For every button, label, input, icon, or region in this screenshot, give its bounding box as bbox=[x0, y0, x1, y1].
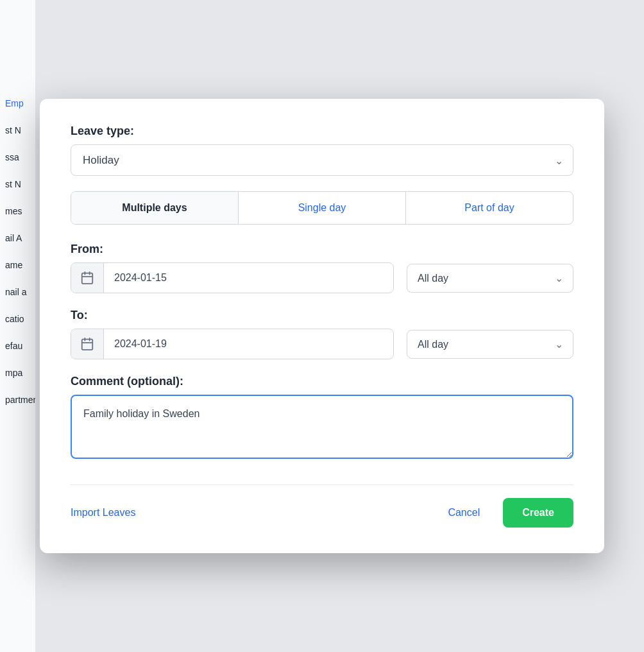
svg-rect-4 bbox=[82, 339, 93, 350]
to-label: To: bbox=[71, 309, 573, 322]
to-day-select[interactable]: All day Morning Afternoon bbox=[407, 330, 573, 359]
to-date-row: All day Morning Afternoon ⌄ bbox=[71, 329, 573, 359]
bg-text-ail: ail A bbox=[5, 225, 30, 252]
from-day-select[interactable]: All day Morning Afternoon bbox=[407, 264, 573, 293]
import-leaves-link[interactable]: Import Leaves bbox=[71, 507, 135, 519]
background-content: Emp st N ssa st N mes ail A ame nail a c… bbox=[0, 0, 35, 652]
from-label: From: bbox=[71, 243, 573, 256]
from-date-input-wrapper bbox=[71, 262, 394, 293]
bg-text-stn2: st N bbox=[5, 171, 30, 198]
from-date-row: All day Morning Afternoon ⌄ bbox=[71, 262, 573, 293]
tab-single-day[interactable]: Single day bbox=[239, 192, 406, 224]
from-calendar-icon bbox=[71, 263, 104, 293]
comment-section: Comment (optional): Family holiday in Sw… bbox=[71, 375, 573, 461]
bg-text-emp: Emp bbox=[5, 90, 30, 117]
duration-tabs: Multiple days Single day Part of day bbox=[71, 191, 573, 225]
bg-text-catio: catio bbox=[5, 305, 30, 332]
svg-rect-0 bbox=[82, 273, 93, 284]
bg-text-partment: partment bbox=[5, 386, 30, 413]
tab-part-of-day[interactable]: Part of day bbox=[406, 192, 573, 224]
footer-actions: Cancel Create bbox=[435, 498, 573, 528]
leave-type-select[interactable]: Holiday Sick leave Other bbox=[71, 144, 573, 176]
leave-type-section: Leave type: Holiday Sick leave Other ⌄ bbox=[71, 124, 573, 176]
bg-text-stn: st N bbox=[5, 117, 30, 144]
bg-text-ame: ame bbox=[5, 252, 30, 279]
to-section: To: All day Morning Afternoon bbox=[71, 309, 573, 359]
bg-text-mpa: mpa bbox=[5, 359, 30, 386]
from-day-select-wrapper: All day Morning Afternoon ⌄ bbox=[407, 264, 573, 293]
create-button[interactable]: Create bbox=[503, 498, 573, 528]
cancel-button[interactable]: Cancel bbox=[435, 499, 493, 526]
comment-textarea[interactable]: Family holiday in Sweden bbox=[71, 395, 573, 459]
leave-type-label: Leave type: bbox=[71, 124, 573, 138]
bg-text-mes: mes bbox=[5, 198, 30, 225]
bg-text-efau: efau bbox=[5, 332, 30, 359]
from-section: From: All day Morning Afternoon bbox=[71, 243, 573, 293]
from-date-input[interactable] bbox=[104, 264, 393, 292]
leave-type-select-wrapper: Holiday Sick leave Other ⌄ bbox=[71, 144, 573, 176]
bg-text-ssa: ssa bbox=[5, 144, 30, 171]
to-date-input-wrapper bbox=[71, 329, 394, 359]
tab-multiple-days[interactable]: Multiple days bbox=[71, 192, 239, 224]
to-day-select-wrapper: All day Morning Afternoon ⌄ bbox=[407, 330, 573, 359]
to-date-input[interactable] bbox=[104, 330, 393, 358]
modal-footer: Import Leaves Cancel Create bbox=[71, 485, 573, 528]
modal-dialog: Leave type: Holiday Sick leave Other ⌄ M… bbox=[40, 99, 604, 553]
comment-label: Comment (optional): bbox=[71, 375, 573, 388]
bg-text-naila: nail a bbox=[5, 279, 30, 305]
to-calendar-icon bbox=[71, 329, 104, 359]
